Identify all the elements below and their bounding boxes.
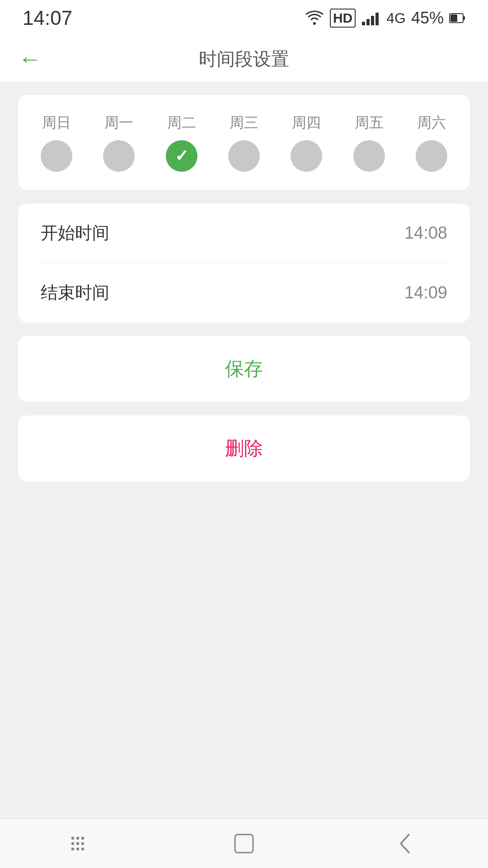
- start-time-label: 开始时间: [41, 222, 109, 245]
- svg-rect-7: [450, 14, 457, 22]
- day-circle-monday[interactable]: [103, 140, 135, 172]
- menu-icon: [68, 832, 95, 855]
- content-area: 周日 周一 周二 周三 周四 周五 周六 开始时间: [0, 81, 488, 495]
- svg-rect-9: [71, 842, 74, 845]
- battery-icon: [449, 12, 465, 24]
- day-circle-friday[interactable]: [353, 140, 385, 172]
- battery-percentage: 45%: [411, 9, 444, 28]
- day-label-tuesday: 周二: [167, 113, 196, 133]
- svg-rect-6: [463, 16, 465, 20]
- save-button-label: 保存: [225, 356, 263, 382]
- svg-rect-11: [76, 837, 79, 840]
- svg-rect-15: [81, 842, 84, 845]
- nav-bar: [0, 818, 488, 868]
- svg-rect-17: [235, 835, 253, 853]
- day-circle-thursday[interactable]: [291, 140, 322, 172]
- signal-icon: [361, 10, 381, 26]
- day-item-saturday[interactable]: 周六: [416, 113, 447, 172]
- day-item-wednesday[interactable]: 周三: [228, 113, 260, 172]
- home-icon: [231, 831, 257, 856]
- day-circle-wednesday[interactable]: [228, 140, 260, 172]
- day-label-monday: 周一: [104, 113, 133, 133]
- end-time-label: 结束时间: [41, 281, 109, 304]
- delete-button-label: 删除: [225, 436, 263, 461]
- back-nav-icon: [395, 831, 418, 856]
- day-label-wednesday: 周三: [230, 113, 258, 133]
- status-time: 14:07: [23, 7, 72, 29]
- svg-rect-8: [71, 837, 74, 840]
- day-label-saturday: 周六: [417, 113, 446, 133]
- day-circle-tuesday[interactable]: [166, 140, 197, 172]
- svg-rect-10: [71, 848, 74, 850]
- day-item-thursday[interactable]: 周四: [291, 113, 322, 172]
- time-card: 开始时间 14:08 结束时间 14:09: [18, 203, 470, 322]
- end-time-row[interactable]: 结束时间 14:09: [41, 263, 447, 322]
- day-label-thursday: 周四: [292, 113, 321, 133]
- back-button[interactable]: ←: [18, 45, 42, 72]
- day-label-sunday: 周日: [42, 113, 71, 133]
- start-time-row[interactable]: 开始时间 14:08: [41, 203, 447, 263]
- save-card[interactable]: 保存: [18, 336, 470, 402]
- day-item-sunday[interactable]: 周日: [41, 113, 72, 172]
- day-circle-sunday[interactable]: [41, 140, 72, 172]
- svg-rect-4: [375, 13, 379, 25]
- nav-back-button[interactable]: [389, 826, 425, 862]
- svg-point-0: [313, 22, 316, 25]
- header: ← 时间段设置: [0, 36, 488, 81]
- day-item-friday[interactable]: 周五: [353, 113, 385, 172]
- svg-rect-14: [81, 837, 84, 840]
- signal-4g: 4G: [386, 10, 406, 27]
- page-title: 时间段设置: [199, 47, 289, 71]
- start-time-value: 14:08: [404, 223, 447, 243]
- nav-menu-button[interactable]: [63, 826, 99, 862]
- nav-home-button[interactable]: [226, 826, 262, 862]
- svg-rect-13: [76, 848, 79, 850]
- delete-card[interactable]: 删除: [18, 415, 470, 481]
- day-item-monday[interactable]: 周一: [103, 113, 135, 172]
- svg-rect-12: [76, 842, 79, 845]
- day-item-tuesday[interactable]: 周二: [166, 113, 197, 172]
- wifi-icon: [305, 10, 324, 26]
- end-time-value: 14:09: [404, 283, 447, 302]
- hd-label: HD: [330, 9, 356, 28]
- days-card: 周日 周一 周二 周三 周四 周五 周六: [18, 95, 470, 190]
- status-bar: 14:07 HD 4G 45%: [0, 0, 488, 36]
- day-circle-saturday[interactable]: [416, 140, 447, 172]
- svg-rect-3: [371, 16, 374, 25]
- svg-rect-16: [81, 848, 84, 850]
- svg-rect-1: [362, 22, 365, 25]
- day-label-friday: 周五: [355, 113, 384, 133]
- status-icons: HD 4G 45%: [305, 9, 465, 28]
- svg-rect-2: [366, 19, 370, 25]
